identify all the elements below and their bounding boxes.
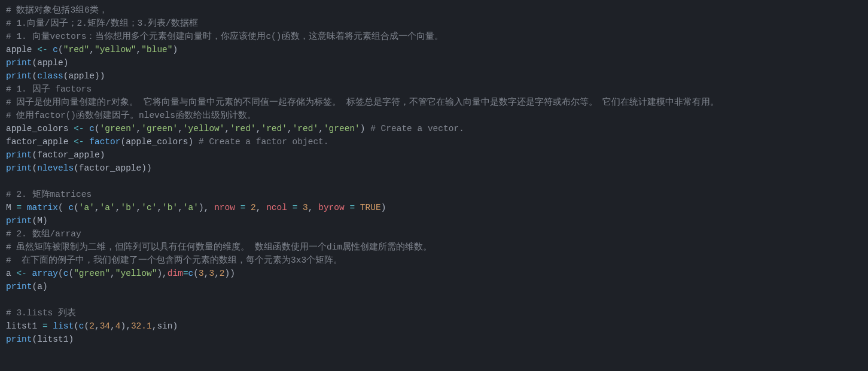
code-line[interactable]: apple_colors <- c('green','green','yello… <box>6 122 862 135</box>
token-comment: # 使用factor()函数创建因子。nlevels函数给出级别计数。 <box>6 111 256 120</box>
code-line[interactable]: # 1. 因子 factors <box>6 83 862 96</box>
code-line[interactable]: # 数据对象包括3组6类， <box>6 4 862 17</box>
code-line[interactable]: print(a) <box>6 280 862 293</box>
token-punct: , <box>136 203 142 212</box>
token-ident: factor_apple <box>6 137 68 147</box>
code-line[interactable]: print(class(apple)) <box>6 69 862 83</box>
code-line[interactable]: M = matrix( c('a','a','b','c','b','a'), … <box>6 201 862 214</box>
token-punct: ( <box>74 163 79 173</box>
token-punct: , <box>214 269 220 278</box>
code-line[interactable]: # 因子是使用向量创建的r对象。 它将向量与向量中元素的不同值一起存储为标签。 … <box>6 96 862 109</box>
token-punct: , <box>136 45 142 54</box>
token-param: ncol <box>266 203 287 212</box>
token-func: print <box>6 150 32 160</box>
token-punct: , <box>110 321 115 331</box>
code-line[interactable]: factor_apple <- factor(apple_colors) # C… <box>6 135 862 148</box>
token-punct: ) <box>141 163 147 173</box>
code-line[interactable]: # 使用factor()函数创建因子。nlevels函数给出级别计数。 <box>6 109 862 122</box>
token-string: 'green' <box>324 124 360 133</box>
token-punct: ( <box>32 71 38 81</box>
token-punct: , <box>178 124 183 133</box>
token-punct: , <box>95 203 100 212</box>
token-punct: ( <box>193 269 199 278</box>
token-comment: # 虽然矩阵被限制为二维，但阵列可以具有任何数量的维度。 数组函数使用一个dim… <box>6 242 432 252</box>
token-func: c <box>53 45 58 54</box>
token-punct: ( <box>32 150 38 160</box>
code-editor[interactable]: # 数据对象包括3组6类，# 1.向量/因子；2.矩阵/数组；3.列表/数据框#… <box>0 0 868 358</box>
token-punct: ( <box>32 163 38 173</box>
token-ident: sin <box>157 321 172 331</box>
token-punct: ( <box>58 269 63 278</box>
code-line[interactable]: # 3.lists 列表 <box>6 306 862 320</box>
token-punct: ) <box>147 163 152 173</box>
token-punct <box>32 45 38 54</box>
code-line[interactable] <box>6 293 862 306</box>
token-punct: ( <box>32 282 38 291</box>
token-punct: ) <box>42 216 48 226</box>
token-punct: ) <box>42 282 48 291</box>
token-punct: ) <box>360 124 370 133</box>
token-punct: ) <box>100 150 105 160</box>
token-punct: , <box>95 321 100 331</box>
token-comment: # 在下面的例子中，我们创建了一个包含两个元素的数组，每个元素为3x3个矩阵。 <box>6 256 342 265</box>
token-punct: , <box>225 124 230 133</box>
code-line[interactable]: print(apple) <box>6 56 862 69</box>
token-op: = <box>183 269 188 278</box>
token-string: "yellow" <box>95 45 136 54</box>
token-op: = <box>349 203 355 212</box>
token-string: "green" <box>74 269 110 278</box>
token-punct: , <box>178 203 183 212</box>
token-param: nrow <box>214 203 235 212</box>
code-line[interactable]: a <- array(c("green","yellow"),dim=c(3,3… <box>6 267 862 280</box>
token-func: print <box>6 163 32 173</box>
token-comment: # 1. 向量vectors：当你想用多个元素创建向量时，你应该使用c()函数，… <box>6 32 443 41</box>
token-ident: apple <box>6 45 32 54</box>
token-ident: a <box>37 282 42 291</box>
token-punct: ), <box>157 269 167 278</box>
token-func: class <box>37 71 63 81</box>
code-line[interactable]: # 2. 数组/array <box>6 227 862 241</box>
code-line[interactable]: print(nlevels(factor_apple)) <box>6 162 862 175</box>
token-punct: ) <box>225 269 230 278</box>
token-func: print <box>6 58 32 68</box>
token-string: 'b' <box>162 203 178 212</box>
token-bool: TRUE <box>360 203 381 212</box>
code-line[interactable]: # 2. 矩阵matrices <box>6 188 862 201</box>
token-punct: ) <box>100 71 105 81</box>
code-line[interactable]: print(M) <box>6 214 862 227</box>
token-func: matrix <box>27 203 58 212</box>
token-num: 3 <box>209 269 214 278</box>
token-ident: litst1 <box>37 334 68 344</box>
token-comment: # 因子是使用向量创建的r对象。 它将向量与向量中元素的不同值一起存储为标签。 … <box>6 98 719 107</box>
token-punct: ) <box>188 137 199 147</box>
token-ident: a <box>6 269 11 278</box>
code-line[interactable]: print(factor_apple) <box>6 148 862 162</box>
token-punct: , <box>157 203 162 212</box>
token-punct: ) <box>173 321 178 331</box>
token-func: print <box>6 216 32 226</box>
token-func: print <box>6 71 32 81</box>
token-string: 'red' <box>293 124 319 133</box>
token-ident: apple_colors <box>6 124 68 133</box>
token-punct: ( <box>58 203 68 212</box>
token-punct: ), <box>120 321 130 331</box>
code-line[interactable]: # 虽然矩阵被限制为二维，但阵列可以具有任何数量的维度。 数组函数使用一个dim… <box>6 241 862 254</box>
token-func: print <box>6 334 32 344</box>
token-ident: apple_colors <box>126 137 188 147</box>
code-line[interactable]: print(litst1) <box>6 333 862 346</box>
code-line[interactable]: # 1. 向量vectors：当你想用多个元素创建向量时，你应该使用c()函数，… <box>6 30 862 43</box>
code-line[interactable]: # 1.向量/因子；2.矩阵/数组；3.列表/数据框 <box>6 17 862 30</box>
token-ident: litst1 <box>6 321 37 331</box>
token-op: <- <box>74 137 84 147</box>
token-comment: # 2. 数组/array <box>6 229 81 239</box>
token-func: factor <box>89 137 120 147</box>
code-line[interactable]: apple <- c("red","yellow","blue") <box>6 43 862 56</box>
token-num: 2 <box>220 269 225 278</box>
token-punct: ) <box>95 71 100 81</box>
code-line[interactable]: # 在下面的例子中，我们创建了一个包含两个元素的数组，每个元素为3x3个矩阵。 <box>6 254 862 267</box>
token-punct <box>84 137 90 147</box>
token-param: dim <box>167 269 183 278</box>
token-func: print <box>6 282 32 291</box>
code-line[interactable]: litst1 = list(c(2,34,4),32.1,sin) <box>6 320 862 333</box>
code-line[interactable] <box>6 175 862 188</box>
